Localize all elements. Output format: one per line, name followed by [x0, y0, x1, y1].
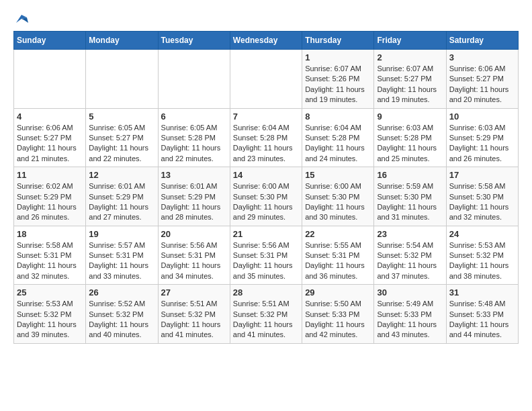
day-number: 1	[305, 52, 371, 62]
day-info: Sunrise: 5:51 AMSunset: 5:32 PMDaylight:…	[233, 299, 299, 340]
day-number: 18	[17, 229, 83, 239]
calendar-cell	[86, 50, 158, 109]
day-number: 7	[233, 111, 299, 122]
day-info: Sunrise: 6:03 AMSunset: 5:28 PMDaylight:…	[377, 123, 443, 165]
calendar-cell	[14, 50, 86, 109]
day-info: Sunrise: 5:54 AMSunset: 5:32 PMDaylight:…	[377, 240, 443, 282]
day-info: Sunrise: 6:00 AMSunset: 5:30 PMDaylight:…	[305, 181, 371, 223]
day-info: Sunrise: 5:58 AMSunset: 5:30 PMDaylight:…	[449, 181, 515, 223]
day-info: Sunrise: 6:06 AMSunset: 5:27 PMDaylight:…	[449, 64, 515, 105]
calendar-cell: 23Sunrise: 5:54 AMSunset: 5:32 PMDayligh…	[374, 226, 446, 285]
calendar-cell: 29Sunrise: 5:50 AMSunset: 5:33 PMDayligh…	[302, 285, 374, 344]
calendar-cell: 24Sunrise: 5:53 AMSunset: 5:32 PMDayligh…	[446, 226, 518, 285]
day-number: 5	[89, 111, 154, 122]
weekday-header-saturday: Saturday	[446, 32, 518, 50]
weekday-header-tuesday: Tuesday	[158, 32, 230, 50]
calendar-cell	[230, 50, 302, 109]
day-info: Sunrise: 5:50 AMSunset: 5:33 PMDaylight:…	[305, 299, 371, 340]
day-info: Sunrise: 5:55 AMSunset: 5:31 PMDaylight:…	[305, 240, 371, 282]
day-number: 31	[449, 287, 515, 298]
day-number: 28	[233, 287, 299, 298]
calendar-cell: 2Sunrise: 6:07 AMSunset: 5:27 PMDaylight…	[374, 50, 446, 109]
weekday-header-wednesday: Wednesday	[230, 32, 302, 50]
day-info: Sunrise: 5:57 AMSunset: 5:31 PMDaylight:…	[89, 240, 154, 282]
weekday-header-friday: Friday	[374, 32, 446, 50]
day-number: 11	[17, 170, 83, 180]
day-info: Sunrise: 6:07 AMSunset: 5:27 PMDaylight:…	[377, 64, 443, 105]
day-number: 20	[161, 229, 227, 239]
day-info: Sunrise: 6:04 AMSunset: 5:28 PMDaylight:…	[233, 123, 299, 165]
day-info: Sunrise: 6:01 AMSunset: 5:29 PMDaylight:…	[89, 181, 154, 223]
calendar-cell: 9Sunrise: 6:03 AMSunset: 5:28 PMDaylight…	[374, 108, 446, 167]
day-info: Sunrise: 5:56 AMSunset: 5:31 PMDaylight:…	[233, 240, 299, 282]
calendar-cell: 14Sunrise: 6:00 AMSunset: 5:30 PMDayligh…	[230, 167, 302, 226]
calendar-cell: 11Sunrise: 6:02 AMSunset: 5:29 PMDayligh…	[14, 167, 86, 226]
day-number: 25	[17, 287, 83, 298]
calendar-cell: 25Sunrise: 5:53 AMSunset: 5:32 PMDayligh…	[14, 285, 86, 344]
day-number: 22	[305, 229, 371, 239]
weekday-header-thursday: Thursday	[302, 32, 374, 50]
day-info: Sunrise: 5:58 AMSunset: 5:31 PMDaylight:…	[17, 240, 83, 282]
day-info: Sunrise: 6:01 AMSunset: 5:29 PMDaylight:…	[161, 181, 227, 223]
day-info: Sunrise: 6:04 AMSunset: 5:28 PMDaylight:…	[305, 123, 371, 165]
calendar-cell: 6Sunrise: 6:05 AMSunset: 5:28 PMDaylight…	[158, 108, 230, 167]
calendar-cell: 16Sunrise: 5:59 AMSunset: 5:30 PMDayligh…	[374, 167, 446, 226]
day-number: 13	[161, 170, 227, 180]
day-info: Sunrise: 6:02 AMSunset: 5:29 PMDaylight:…	[17, 181, 83, 223]
calendar-cell: 31Sunrise: 5:48 AMSunset: 5:33 PMDayligh…	[446, 285, 518, 344]
day-info: Sunrise: 5:53 AMSunset: 5:32 PMDaylight:…	[449, 240, 515, 282]
day-info: Sunrise: 5:59 AMSunset: 5:30 PMDaylight:…	[377, 181, 443, 223]
calendar-cell: 21Sunrise: 5:56 AMSunset: 5:31 PMDayligh…	[230, 226, 302, 285]
day-number: 2	[377, 52, 443, 62]
day-info: Sunrise: 5:48 AMSunset: 5:33 PMDaylight:…	[449, 299, 515, 340]
calendar-cell: 3Sunrise: 6:06 AMSunset: 5:27 PMDaylight…	[446, 50, 518, 109]
day-info: Sunrise: 6:06 AMSunset: 5:27 PMDaylight:…	[17, 123, 83, 165]
day-number: 29	[305, 287, 371, 298]
day-number: 16	[377, 170, 443, 180]
day-number: 15	[305, 170, 371, 180]
page-header	[13, 13, 519, 24]
calendar-cell: 20Sunrise: 5:56 AMSunset: 5:31 PMDayligh…	[158, 226, 230, 285]
calendar-cell: 28Sunrise: 5:51 AMSunset: 5:32 PMDayligh…	[230, 285, 302, 344]
day-info: Sunrise: 5:53 AMSunset: 5:32 PMDaylight:…	[17, 299, 83, 340]
day-number: 27	[161, 287, 227, 298]
calendar-cell: 22Sunrise: 5:55 AMSunset: 5:31 PMDayligh…	[302, 226, 374, 285]
day-info: Sunrise: 5:51 AMSunset: 5:32 PMDaylight:…	[161, 299, 227, 340]
day-number: 6	[161, 111, 227, 122]
day-number: 21	[233, 229, 299, 239]
day-number: 4	[17, 111, 83, 122]
day-number: 10	[449, 111, 515, 122]
weekday-header-monday: Monday	[86, 32, 158, 50]
day-info: Sunrise: 6:05 AMSunset: 5:27 PMDaylight:…	[89, 123, 154, 165]
calendar-cell: 8Sunrise: 6:04 AMSunset: 5:28 PMDaylight…	[302, 108, 374, 167]
day-number: 9	[377, 111, 443, 122]
weekday-header-sunday: Sunday	[14, 32, 86, 50]
calendar-cell: 10Sunrise: 6:03 AMSunset: 5:29 PMDayligh…	[446, 108, 518, 167]
calendar-cell: 4Sunrise: 6:06 AMSunset: 5:27 PMDaylight…	[14, 108, 86, 167]
calendar-cell: 17Sunrise: 5:58 AMSunset: 5:30 PMDayligh…	[446, 167, 518, 226]
calendar-cell: 18Sunrise: 5:58 AMSunset: 5:31 PMDayligh…	[14, 226, 86, 285]
day-number: 30	[377, 287, 443, 298]
day-info: Sunrise: 5:49 AMSunset: 5:33 PMDaylight:…	[377, 299, 443, 340]
day-number: 8	[305, 111, 371, 122]
calendar-cell: 12Sunrise: 6:01 AMSunset: 5:29 PMDayligh…	[86, 167, 158, 226]
day-number: 23	[377, 229, 443, 239]
calendar-cell: 15Sunrise: 6:00 AMSunset: 5:30 PMDayligh…	[302, 167, 374, 226]
calendar-cell: 26Sunrise: 5:52 AMSunset: 5:32 PMDayligh…	[86, 285, 158, 344]
day-number: 3	[449, 52, 515, 62]
day-number: 24	[449, 229, 515, 239]
day-number: 19	[89, 229, 154, 239]
calendar-table: SundayMondayTuesdayWednesdayThursdayFrid…	[13, 31, 519, 344]
logo	[13, 13, 28, 24]
logo-bird-icon	[15, 13, 28, 24]
calendar-cell: 27Sunrise: 5:51 AMSunset: 5:32 PMDayligh…	[158, 285, 230, 344]
day-info: Sunrise: 5:52 AMSunset: 5:32 PMDaylight:…	[89, 299, 154, 340]
day-number: 26	[89, 287, 154, 298]
calendar-cell: 19Sunrise: 5:57 AMSunset: 5:31 PMDayligh…	[86, 226, 158, 285]
day-info: Sunrise: 6:03 AMSunset: 5:29 PMDaylight:…	[449, 123, 515, 165]
day-number: 12	[89, 170, 154, 180]
day-info: Sunrise: 6:05 AMSunset: 5:28 PMDaylight:…	[161, 123, 227, 165]
day-number: 14	[233, 170, 299, 180]
day-number: 17	[449, 170, 515, 180]
day-info: Sunrise: 6:00 AMSunset: 5:30 PMDaylight:…	[233, 181, 299, 223]
